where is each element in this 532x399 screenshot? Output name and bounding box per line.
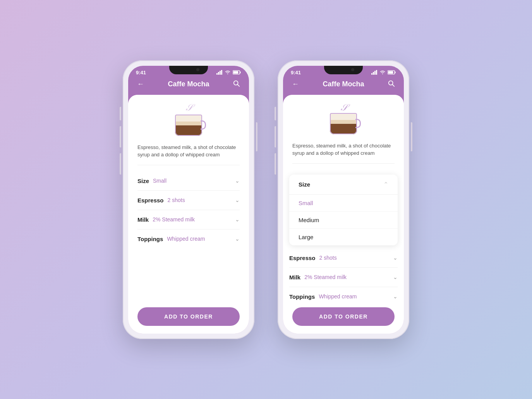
option-espresso-left-2: Espresso 2 shots bbox=[289, 255, 337, 261]
battery-icon-2 bbox=[388, 70, 396, 75]
option-milk-left-2: Milk 2% Steamed milk bbox=[289, 274, 347, 281]
svg-rect-12 bbox=[376, 70, 377, 75]
cup-handle-1 bbox=[201, 120, 206, 130]
wifi-icon bbox=[225, 70, 231, 75]
svg-rect-2 bbox=[220, 71, 221, 75]
steam-icon-1: 𝒮 bbox=[175, 103, 202, 113]
option-milk-label-1: Milk bbox=[137, 216, 149, 223]
svg-rect-9 bbox=[371, 73, 372, 75]
option-espresso-value-1: 2 shots bbox=[168, 197, 185, 203]
search-button-2[interactable] bbox=[387, 80, 396, 89]
header-1: ← Caffe Mocha bbox=[128, 78, 249, 95]
options-list-2: Size ⌃ Small Medium Large Espresso bbox=[283, 170, 404, 301]
cup-layer-milk-1 bbox=[175, 122, 202, 125]
bottom-area-2: ADD TO ORDER bbox=[283, 301, 404, 334]
svg-line-17 bbox=[393, 84, 395, 86]
content-1: 𝒮 Espre bbox=[128, 95, 249, 334]
option-espresso-label-2: Espresso bbox=[289, 255, 316, 261]
chevron-toppings-1: ⌄ bbox=[235, 236, 240, 242]
option-toppings-2[interactable]: Toppings Whipped cream ⌄ bbox=[289, 287, 398, 301]
chevron-size-1: ⌄ bbox=[235, 178, 240, 184]
header-2: ← Caffe Mocha bbox=[283, 78, 404, 95]
option-espresso-left-1: Espresso 2 shots bbox=[137, 197, 185, 204]
option-toppings-left-1: Toppings Whipped cream bbox=[137, 236, 205, 242]
bottom-area-1: ADD TO ORDER bbox=[128, 301, 249, 334]
options-list-1: Size Small ⌄ Espresso 2 shots ⌄ bbox=[128, 171, 249, 301]
status-icons-1 bbox=[216, 70, 241, 75]
wifi-icon-2 bbox=[379, 70, 386, 75]
add-to-order-button-2[interactable]: ADD TO ORDER bbox=[292, 307, 395, 326]
search-icon-1 bbox=[233, 80, 240, 87]
option-size-1[interactable]: Size Small ⌄ bbox=[137, 171, 240, 191]
option-toppings-1[interactable]: Toppings Whipped cream ⌄ bbox=[137, 229, 240, 248]
cup-handle-2 bbox=[355, 119, 361, 128]
option-milk-left-1: Milk 2% Steamed milk bbox=[137, 216, 195, 223]
svg-rect-11 bbox=[374, 71, 376, 75]
option-milk-value-2: 2% Steamed milk bbox=[304, 274, 347, 280]
back-button-2[interactable]: ← bbox=[291, 80, 300, 88]
divider-1 bbox=[137, 165, 240, 165]
card-1: 𝒮 Espre bbox=[128, 95, 249, 334]
chevron-milk-2: ⌄ bbox=[393, 274, 398, 280]
option-espresso-1[interactable]: Espresso 2 shots ⌄ bbox=[137, 191, 240, 210]
option-toppings-label-2: Toppings bbox=[289, 293, 315, 300]
steam-icon-2: 𝒮 bbox=[330, 103, 357, 113]
svg-line-8 bbox=[238, 84, 240, 86]
search-button-1[interactable] bbox=[232, 80, 241, 89]
svg-rect-1 bbox=[218, 72, 219, 75]
option-size-value-1: Small bbox=[153, 178, 166, 184]
add-to-order-button-1[interactable]: ADD TO ORDER bbox=[137, 307, 240, 326]
option-espresso-2[interactable]: Espresso 2 shots ⌄ bbox=[289, 248, 398, 268]
option-toppings-left-2: Toppings Whipped cream bbox=[289, 293, 357, 300]
svg-rect-14 bbox=[395, 72, 396, 74]
size-dropdown-label-2: Size bbox=[299, 181, 310, 188]
option-size-left-1: Size Small bbox=[137, 178, 166, 184]
chevron-espresso-2: ⌄ bbox=[393, 255, 398, 261]
card-top-2: 𝒮 Espres bbox=[283, 95, 404, 170]
size-dropdown-header-2[interactable]: Size ⌃ bbox=[289, 175, 398, 194]
option-milk-label-2: Milk bbox=[289, 274, 300, 281]
status-icons-2 bbox=[371, 70, 396, 75]
cup-body-1 bbox=[175, 115, 202, 136]
size-option-large-2[interactable]: Large bbox=[289, 229, 398, 245]
option-milk-1[interactable]: Milk 2% Steamed milk ⌄ bbox=[137, 210, 240, 229]
coffee-image-2: 𝒮 bbox=[292, 103, 395, 136]
size-option-small-2[interactable]: Small bbox=[289, 195, 398, 212]
svg-point-16 bbox=[389, 80, 393, 85]
signal-icon-2 bbox=[371, 70, 378, 75]
signal-icon bbox=[216, 70, 223, 75]
header-title-1: Caffe Mocha bbox=[168, 80, 209, 88]
chevron-up-size-2: ⌃ bbox=[383, 181, 388, 188]
cup-layer-coffee-2 bbox=[330, 124, 357, 134]
status-time-1: 9:41 bbox=[136, 70, 146, 75]
chevron-milk-1: ⌄ bbox=[235, 216, 240, 223]
phone2: 9:41 bbox=[278, 60, 409, 339]
option-toppings-value-2: Whipped cream bbox=[319, 293, 357, 300]
description-1: Espresso, steamed milk, a shot of chocol… bbox=[137, 144, 240, 159]
option-milk-2[interactable]: Milk 2% Steamed milk ⌄ bbox=[289, 268, 398, 287]
svg-rect-5 bbox=[240, 72, 241, 74]
status-time-2: 9:41 bbox=[291, 70, 301, 75]
cup-body-2 bbox=[330, 113, 357, 134]
size-dropdown-2[interactable]: Size ⌃ Small Medium Large bbox=[289, 175, 398, 245]
search-icon-2 bbox=[388, 80, 395, 87]
svg-rect-15 bbox=[388, 71, 393, 74]
option-toppings-value-1: Whipped cream bbox=[167, 236, 205, 242]
status-bar-2: 9:41 bbox=[283, 66, 404, 78]
coffee-image-1: 𝒮 bbox=[137, 103, 240, 137]
chevron-toppings-2: ⌄ bbox=[393, 293, 398, 300]
status-bar-1: 9:41 bbox=[128, 66, 249, 78]
chevron-espresso-1: ⌄ bbox=[235, 197, 240, 203]
option-espresso-label-1: Espresso bbox=[137, 197, 164, 204]
cup-layer-cream-1 bbox=[175, 115, 202, 122]
cup-layer-coffee-1 bbox=[175, 125, 202, 136]
back-button-1[interactable]: ← bbox=[136, 80, 145, 88]
cup-layer-cream-2 bbox=[330, 113, 357, 120]
svg-rect-10 bbox=[373, 72, 374, 75]
phone1: 9:41 bbox=[123, 60, 254, 339]
size-option-medium-2[interactable]: Medium bbox=[289, 212, 398, 229]
card-2: 𝒮 Espres bbox=[283, 95, 404, 334]
svg-rect-3 bbox=[221, 70, 222, 75]
size-options-list-2: Small Medium Large bbox=[289, 194, 398, 245]
divider-2 bbox=[292, 163, 395, 164]
